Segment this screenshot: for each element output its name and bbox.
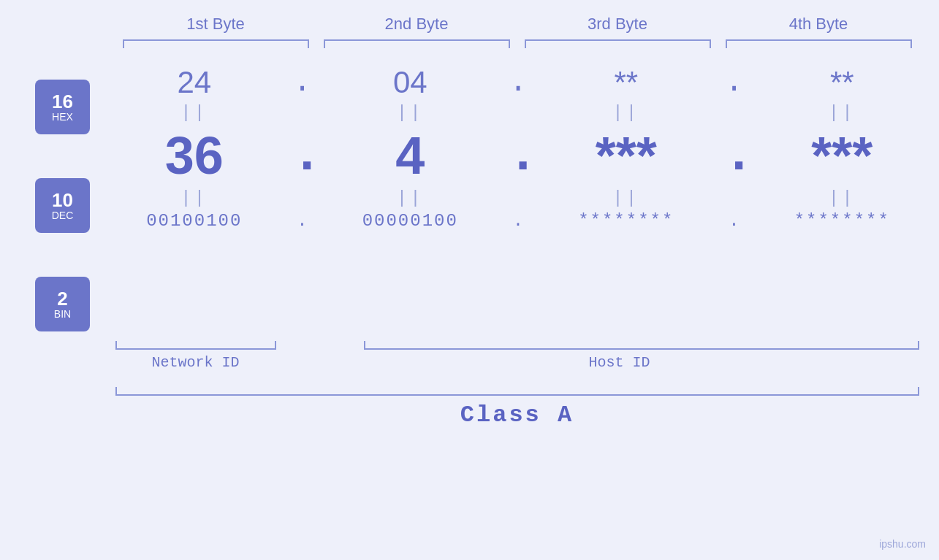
- hex-badge: 16 HEX: [35, 80, 90, 134]
- hex-byte3: **: [529, 65, 723, 100]
- dec-badge: 10 DEC: [35, 178, 90, 233]
- class-label: Class A: [460, 402, 574, 429]
- host-bracket: [364, 335, 919, 350]
- class-label-row: Class A: [115, 402, 919, 429]
- sep-5: ||: [97, 188, 292, 208]
- byte-header-2: 2nd Byte: [316, 15, 517, 34]
- hex-byte1: 24: [97, 65, 292, 100]
- host-id-label: Host ID: [320, 354, 919, 371]
- sep-1: ||: [97, 103, 292, 123]
- dec-byte2: 4: [313, 126, 508, 185]
- sep-row-2: || || || ||: [97, 185, 939, 211]
- dec-label: DEC: [52, 210, 74, 221]
- watermark: ipshu.com: [879, 538, 926, 550]
- bin-byte1: 00100100: [97, 211, 292, 231]
- class-bracket-row: [115, 381, 919, 396]
- sep-8: ||: [745, 188, 940, 208]
- bin-byte4: ********: [745, 211, 940, 231]
- byte-header-4: 4th Byte: [718, 15, 919, 34]
- dec-value-row: 36 . 4 . *** . ***: [97, 126, 939, 185]
- hex-byte4: **: [745, 65, 940, 100]
- dec-byte4: ***: [745, 126, 940, 185]
- bracket-2: [324, 39, 510, 54]
- id-labels-row: Network ID Host ID: [115, 354, 919, 371]
- dec-dot1: .: [292, 126, 313, 185]
- hex-label: HEX: [52, 112, 73, 123]
- bin-badge: 2 BIN: [35, 277, 90, 331]
- dec-byte1: 36: [97, 126, 292, 185]
- dec-dot3: .: [723, 126, 745, 185]
- hex-value-row: 24 . 04 . ** . **: [97, 65, 939, 100]
- sep-7: ||: [529, 188, 723, 208]
- main-values-area: 16 HEX 10 DEC 2 BIN 24 . 04 . ** . **: [0, 65, 939, 331]
- base-labels-column: 16 HEX 10 DEC 2 BIN: [0, 65, 90, 331]
- hex-dot2: .: [507, 65, 529, 100]
- hex-byte2: 04: [313, 65, 508, 100]
- network-bracket: [115, 335, 276, 350]
- bin-dot3: .: [723, 211, 745, 231]
- bin-dot2: .: [507, 211, 529, 231]
- byte-header-3: 3rd Byte: [517, 15, 718, 34]
- sep-6: ||: [313, 188, 508, 208]
- sep-4: ||: [745, 103, 940, 123]
- bottom-brackets: [115, 335, 919, 350]
- values-grid: 24 . 04 . ** . ** || || || || 36: [97, 65, 939, 231]
- bracket-3: [525, 39, 711, 54]
- hex-dot3: .: [723, 65, 745, 100]
- sep-3: ||: [529, 103, 723, 123]
- dec-byte3: ***: [529, 126, 723, 185]
- hex-dot1: .: [292, 65, 313, 100]
- hex-num: 16: [52, 91, 73, 112]
- bin-dot1: .: [292, 211, 313, 231]
- sep-row-1: || || || ||: [97, 100, 939, 126]
- bin-value-row: 00100100 . 00000100 . ******** . *******…: [97, 211, 939, 231]
- network-id-label: Network ID: [115, 354, 276, 371]
- bin-label: BIN: [54, 309, 71, 320]
- sep-2: ||: [313, 103, 508, 123]
- main-container: 1st Byte 2nd Byte 3rd Byte 4th Byte 16 H…: [0, 0, 939, 560]
- bin-byte3: ********: [529, 211, 723, 231]
- dec-num: 10: [52, 190, 73, 211]
- bracket-1: [123, 39, 309, 54]
- top-brackets: [115, 39, 919, 54]
- byte-header-1: 1st Byte: [115, 15, 316, 34]
- class-bracket: [115, 381, 919, 396]
- dec-dot2: .: [507, 126, 529, 185]
- byte-headers: 1st Byte 2nd Byte 3rd Byte 4th Byte: [115, 15, 919, 34]
- bracket-4: [726, 39, 912, 54]
- bin-byte2: 00000100: [313, 211, 508, 231]
- bin-num: 2: [57, 288, 67, 310]
